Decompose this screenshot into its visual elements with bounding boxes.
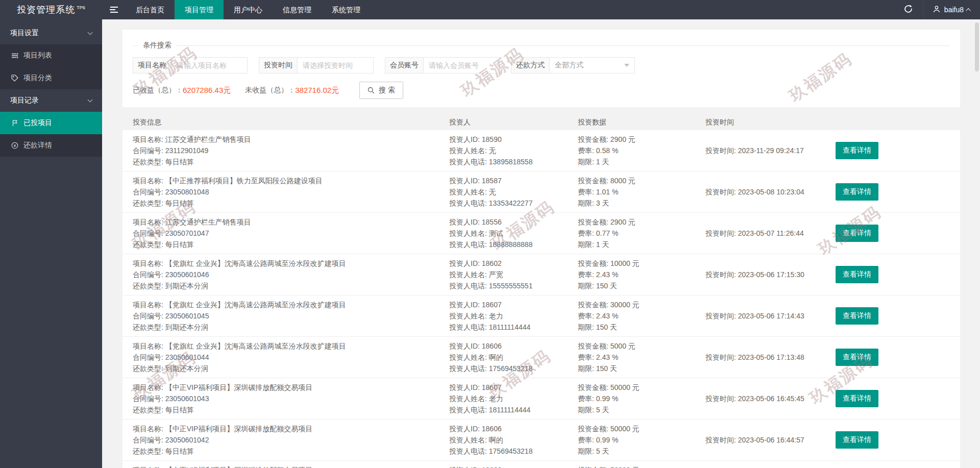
member-account-input[interactable]	[423, 57, 500, 73]
select-caret-icon	[624, 64, 629, 67]
investor-phone-line: 投资人电话: 13895818558	[449, 156, 578, 167]
term-line: 期限: 3 天	[578, 198, 705, 209]
view-detail-button[interactable]: 查看详情	[836, 142, 878, 159]
invest-time-line: 投资时间: 2023-05-06 17:15:30	[705, 269, 804, 280]
invest-time-line: 投资时间: 2023-05-06 17:13:48	[705, 352, 804, 363]
chevron-down-icon	[88, 30, 93, 35]
view-detail-button[interactable]: 查看详情	[836, 266, 878, 283]
sidebar-section-project-records[interactable]: 项目记录	[0, 89, 102, 112]
investor-name-line: 投资人姓名: 无	[449, 145, 578, 156]
table-row: 项目名称: 【中正VIP福利项目】深圳碳排放配额交易项目 合同编号: 23050…	[122, 378, 960, 420]
investor-name-line: 投资人姓名: 测试	[449, 228, 578, 239]
unearned-total-value: 382716.02元	[295, 86, 339, 95]
table-row: 项目名称: 【党旗红 企业兴】沈海高速公路两城至汾水段改扩建项目 合同编号: 2…	[122, 295, 960, 337]
amount-line: 投资金额: 50000 元	[578, 382, 705, 393]
invest-time-cell: 投资时间: 2023-05-06 17:13:48	[705, 340, 836, 374]
rmb-circle-icon: ¥	[11, 142, 18, 149]
invest-time-input[interactable]	[297, 57, 374, 73]
table-row: 项目名称: 【党旗红 企业兴】沈海高速公路两城至汾水段改扩建项目 合同编号: 2…	[122, 337, 960, 378]
view-detail-button[interactable]: 查看详情	[836, 307, 878, 325]
investor-cell: 投资人ID: 18590 投资人姓名: 无 投资人电话: 13895818558	[449, 134, 578, 167]
nav-item-users[interactable]: 用户中心	[224, 0, 273, 19]
term-line: 期限: 1 天	[578, 156, 705, 167]
table-row: 项目名称: 【中正VIP福利项目】深圳碳排放配额交易项目 合同编号: 23050…	[122, 461, 960, 468]
repay-type-line: 还款类型: 每日结算	[133, 404, 449, 415]
nav-item-home[interactable]: 后台首页	[126, 0, 175, 19]
action-cell: 查看详情	[836, 134, 912, 167]
nav-item-projects[interactable]: 项目管理	[175, 0, 224, 19]
rate-line: 费率: 2.43 %	[578, 352, 705, 363]
amount-line: 投资金额: 2900 元	[578, 134, 705, 145]
sidebar-section-project-settings[interactable]: 项目设置	[0, 22, 102, 44]
app-logo: 投资管理系统TP6	[0, 0, 102, 19]
investor-cell: 投资人ID: 18607 投资人姓名: 老力 投资人电话: 1811111444…	[449, 382, 578, 415]
view-detail-button[interactable]: 查看详情	[836, 225, 878, 242]
repay-method-select[interactable]: 全部方式	[549, 57, 635, 73]
investor-phone-line: 投资人电话: 18111114444	[449, 322, 578, 333]
view-detail-button[interactable]: 查看详情	[836, 431, 878, 449]
action-cell: 查看详情	[836, 423, 912, 457]
sidebar-item-invested-projects[interactable]: 已投项目	[0, 112, 102, 134]
invest-time-cell: 投资时间: 2023-05-06 16:44:57	[705, 423, 836, 457]
invest-info-cell: 项目名称: 【中正VIP福利项目】深圳碳排放配额交易项目 合同编号: 23050…	[122, 423, 449, 457]
invest-time-cell: 投资时间: 2023-11-29 09:24:17	[705, 134, 836, 167]
table-rows: 项目名称: 江苏交通护栏生产销售项目 合同编号: 23112901049 还款类…	[122, 130, 960, 468]
contract-number-line: 合同编号: 23050601045	[133, 310, 449, 322]
rate-line: 费率: 0.77 %	[578, 228, 705, 239]
investor-name-line: 投资人姓名: 啊的	[449, 352, 578, 363]
sidebar: 项目设置 项目列表 项目分类 项目记录 已投项目 ¥ 还款详情	[0, 19, 102, 468]
refresh-button[interactable]	[894, 0, 923, 19]
filter-row: 项目名称 投资时间 会员账号 还款方式 全部方式	[133, 57, 950, 73]
repay-type-line: 还款类型: 每日结算	[133, 156, 449, 167]
nav-item-system[interactable]: 系统管理	[322, 0, 371, 19]
view-detail-button[interactable]: 查看详情	[836, 390, 878, 407]
contract-number-line: 合同编号: 23050701047	[133, 228, 449, 239]
sidebar-section-label: 项目设置	[10, 29, 39, 38]
invest-time-filter: 投资时间	[259, 57, 374, 73]
sidebar-item-project-category[interactable]: 项目分类	[0, 67, 102, 89]
invest-info-cell: 项目名称: 【中正VIP福利项目】深圳碳排放配额交易项目 合同编号: 23050…	[122, 464, 449, 468]
user-icon	[933, 5, 941, 15]
project-name-line: 项目名称: 江苏交通护栏生产销售项目	[133, 216, 449, 228]
unearned-total-label: 未收益（总）：	[245, 86, 295, 95]
investor-cell: 投资人ID: 18606 投资人姓名: 啊的 投资人电话: 1756945321…	[449, 423, 578, 457]
user-menu[interactable]: baifu8	[923, 0, 980, 19]
scrollbar-thumb[interactable]	[975, 22, 979, 71]
invest-time-cell: 投资时间: 2023-05-07 11:26:44	[705, 216, 836, 250]
repay-type-line: 还款类型: 到期还本分润	[133, 280, 449, 291]
view-detail-button[interactable]: 查看详情	[836, 349, 878, 366]
view-detail-button[interactable]: 查看详情	[836, 183, 878, 201]
sidebar-item-label: 还款详情	[23, 141, 52, 150]
sidebar-item-repayment-details[interactable]: ¥ 还款详情	[0, 134, 102, 157]
term-line: 期限: 150 天	[578, 322, 705, 333]
earned-total-stat: 已收益（总）： 6207286.43元	[133, 86, 231, 95]
project-name-label: 项目名称	[133, 57, 171, 73]
project-name-line: 项目名称: 【中正VIP福利项目】深圳碳排放配额交易项目	[133, 382, 449, 393]
search-button[interactable]: 搜 索	[359, 82, 403, 99]
project-name-line: 项目名称: 【党旗红 企业兴】沈海高速公路两城至汾水段改扩建项目	[133, 299, 449, 310]
repay-method-filter: 还款方式 全部方式	[511, 57, 635, 73]
investor-id-line: 投资人ID: 18602	[449, 258, 578, 269]
contract-number-line: 合同编号: 23050601046	[133, 269, 449, 280]
investor-phone-line: 投资人电话: 17569453218	[449, 363, 578, 374]
chevron-down-icon	[88, 97, 93, 103]
investor-cell: 投资人ID: 18606 投资人姓名: 啊的 投资人电话: 1756945321…	[449, 340, 578, 374]
nav-item-info[interactable]: 信息管理	[273, 0, 322, 19]
project-name-input[interactable]	[171, 57, 248, 73]
sidebar-item-project-list[interactable]: 项目列表	[0, 44, 102, 67]
amount-line: 投资金额: 50000 元	[578, 423, 705, 434]
amount-line: 投资金额: 50000 元	[578, 464, 705, 468]
rate-line: 费率: 2.43 %	[578, 310, 705, 322]
menu-toggle-icon[interactable]	[102, 0, 126, 19]
invest-time-cell: 投资时间: 2023-05-08 10:23:04	[705, 175, 836, 209]
rate-line: 费率: 0.99 %	[578, 434, 705, 446]
amount-line: 投资金额: 8000 元	[578, 175, 705, 186]
amount-line: 投资金额: 5000 元	[578, 340, 705, 352]
earned-total-value: 6207286.43元	[183, 86, 231, 95]
investor-id-line: 投资人ID: 18606	[449, 423, 578, 434]
sidebar-section-label: 项目记录	[10, 96, 39, 105]
invest-info-cell: 项目名称: 【党旗红 企业兴】沈海高速公路两城至汾水段改扩建项目 合同编号: 2…	[122, 340, 449, 374]
investor-id-line: 投资人ID: 18587	[449, 175, 578, 186]
main-nav: 后台首页 项目管理 用户中心 信息管理 系统管理	[126, 0, 371, 19]
invest-data-cell: 投资金额: 50000 元 费率: 0.99 % 期限:	[578, 464, 705, 468]
